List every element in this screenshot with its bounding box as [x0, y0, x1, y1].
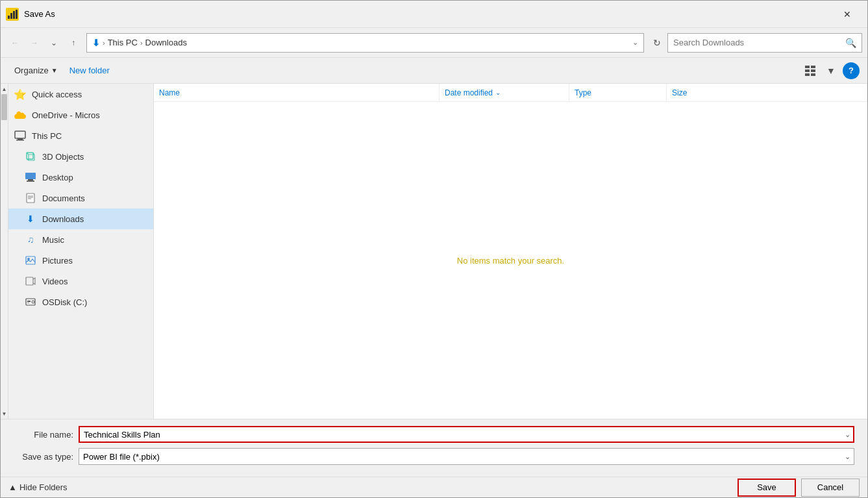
sidebar-item-desktop[interactable]: Desktop	[8, 167, 153, 188]
svg-rect-13	[16, 140, 24, 141]
scroll-thumb[interactable]	[1, 94, 7, 120]
osdisk-label: OSDisk (C:)	[42, 297, 87, 307]
hide-folders-button[interactable]: ▲ Hide Folders	[8, 482, 68, 492]
hide-folders-label: Hide Folders	[19, 482, 68, 492]
search-icon: 🔍	[845, 38, 856, 48]
search-box: 🔍	[667, 33, 862, 53]
sidebar-scroll-area: ⭐ Quick access OneDrive - Micros	[8, 84, 153, 419]
search-input[interactable]	[673, 38, 845, 47]
navigation-bar: ← → ⌄ ↑ ⬇ › This PC › Downloads ⌄ ↻ 🔍	[1, 28, 867, 58]
scroll-up-button[interactable]: ▲	[1, 84, 8, 94]
downloads-label: Downloads	[42, 214, 84, 224]
svg-rect-12	[18, 138, 23, 140]
column-date-modified[interactable]: Date modified ⌄	[440, 84, 569, 101]
organize-label: Organize	[14, 66, 49, 75]
filename-input[interactable]	[79, 426, 854, 443]
sort-down-icon: ⌄	[495, 89, 501, 96]
filename-input-wrapper: ⌄	[79, 426, 854, 443]
quick-access-label: Quick access	[32, 90, 82, 99]
sidebar: ⭐ Quick access OneDrive - Micros	[8, 84, 154, 419]
sidebar-item-downloads[interactable]: ⬇ Downloads	[8, 208, 153, 229]
save-button[interactable]: Save	[738, 479, 796, 497]
view-button[interactable]	[801, 62, 819, 80]
onedrive-label: OneDrive - Micros	[32, 110, 100, 120]
filetype-select-wrapper: Power BI file (*.pbix) ⌄	[79, 448, 854, 465]
desktop-label: Desktop	[42, 173, 73, 182]
scroll-down-button[interactable]: ▼	[1, 408, 8, 419]
svg-point-30	[32, 301, 34, 303]
close-button[interactable]: ✕	[832, 4, 862, 25]
sidebar-item-videos[interactable]: Videos	[8, 271, 153, 292]
svg-rect-22	[27, 193, 34, 203]
onedrive-icon	[14, 108, 27, 121]
sidebar-item-pictures[interactable]: Pictures	[8, 250, 153, 271]
save-as-dialog: Save As ✕ ← → ⌄ ↑ ⬇ › This PC › Download…	[0, 0, 868, 498]
svg-rect-4	[16, 10, 18, 19]
svg-rect-19	[25, 173, 36, 179]
svg-rect-31	[27, 301, 31, 302]
filetype-select[interactable]: Power BI file (*.pbix)	[79, 448, 854, 465]
svg-rect-11	[15, 131, 25, 138]
organize-arrow-icon: ▼	[51, 67, 58, 74]
address-bar[interactable]: ⬇ › This PC › Downloads ⌄	[86, 33, 644, 53]
svg-rect-1	[8, 16, 10, 19]
forward-button[interactable]: →	[25, 34, 43, 52]
cancel-button[interactable]: Cancel	[801, 479, 860, 497]
address-downloads: Downloads	[145, 38, 187, 47]
svg-rect-20	[28, 179, 33, 181]
up-button[interactable]: ↑	[64, 34, 82, 52]
help-button[interactable]: ?	[843, 62, 860, 79]
music-label: Music	[42, 235, 64, 245]
dialog-title: Save As	[24, 9, 832, 19]
sidebar-item-3d-objects[interactable]: 3D Objects	[8, 146, 153, 167]
sidebar-item-this-pc[interactable]: This PC	[8, 125, 153, 146]
hide-folders-arrow-icon: ▲	[8, 482, 17, 492]
organize-button[interactable]: Organize ▼	[8, 62, 64, 79]
dropdown-button[interactable]: ⌄	[45, 34, 63, 52]
column-size[interactable]: Size	[667, 84, 867, 101]
svg-rect-8	[811, 69, 815, 72]
downloads-icon: ⬇	[24, 212, 37, 225]
address-icon: ⬇	[92, 38, 100, 48]
file-empty-message: No items match your search.	[154, 102, 867, 419]
refresh-button[interactable]: ↻	[648, 34, 666, 52]
sidebar-item-documents[interactable]: Documents	[8, 188, 153, 208]
file-header: Name Date modified ⌄ Type Size	[154, 84, 867, 102]
pictures-label: Pictures	[42, 256, 73, 266]
sidebar-item-quick-access[interactable]: ⭐ Quick access	[8, 84, 153, 105]
sidebar-item-music[interactable]: ♫ Music	[8, 229, 153, 250]
videos-icon	[24, 275, 37, 288]
svg-rect-2	[10, 13, 12, 19]
documents-label: Documents	[42, 193, 85, 203]
svg-rect-28	[26, 277, 33, 285]
toolbar: Organize ▼ New folder ▼ ?	[1, 58, 867, 84]
documents-icon	[24, 192, 37, 205]
svg-rect-29	[26, 299, 35, 305]
svg-rect-9	[805, 73, 810, 76]
svg-rect-32	[27, 303, 29, 303]
osdisk-icon	[24, 295, 37, 308]
column-type[interactable]: Type	[569, 84, 667, 101]
filetype-row: Save as type: Power BI file (*.pbix) ⌄	[14, 448, 854, 465]
scroll-track	[1, 94, 8, 408]
sidebar-item-onedrive[interactable]: OneDrive - Micros	[8, 105, 153, 125]
sidebar-scrollbar[interactable]: ▲ ▼	[1, 84, 8, 419]
new-folder-button[interactable]: New folder	[64, 62, 116, 79]
svg-rect-3	[13, 11, 15, 19]
column-name[interactable]: Name	[154, 84, 440, 101]
title-bar: Save As ✕	[1, 1, 867, 28]
filename-dropdown-arrow[interactable]: ⌄	[845, 430, 850, 439]
3d-objects-icon	[24, 150, 37, 163]
main-area: ▲ ▼ ⭐ Quick access OneDrive - Micros	[1, 84, 867, 419]
svg-rect-21	[27, 181, 34, 182]
sidebar-item-osdisk[interactable]: OSDisk (C:)	[8, 292, 153, 312]
desktop-icon	[24, 171, 37, 184]
view-dropdown-button[interactable]: ▼	[822, 62, 840, 80]
back-button[interactable]: ←	[6, 34, 24, 52]
this-pc-icon	[14, 129, 27, 142]
3d-objects-label: 3D Objects	[42, 152, 84, 162]
filename-row: File name: ⌄	[14, 426, 854, 443]
new-folder-label: New folder	[69, 66, 110, 75]
address-dropdown-arrow[interactable]: ⌄	[632, 38, 638, 47]
svg-rect-7	[805, 69, 810, 72]
